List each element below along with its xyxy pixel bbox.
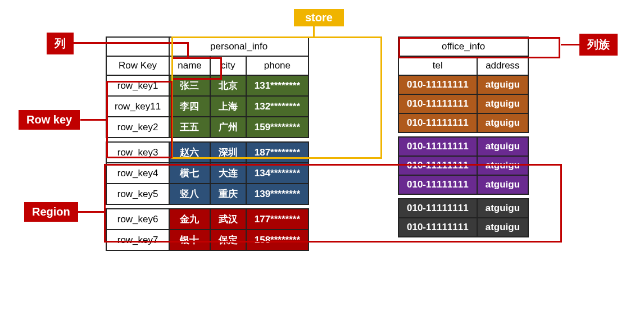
col-tel: tel [398,56,477,75]
col-rowkey: Row Key [106,56,169,75]
cell: 010-11111111 [398,75,477,94]
col-address: address [477,56,528,75]
cell: atguigu [477,94,528,113]
cell-blank [106,37,169,56]
highlight-rowkeys [106,81,173,158]
label-column: 列 [47,33,74,54]
cell: 010-11111111 [398,113,477,132]
connector-region [76,211,104,213]
label-store: store [294,9,344,26]
connector-rowkey [80,119,106,121]
highlight-cf-office [398,37,560,58]
highlight-region [104,164,562,243]
cell: 010-11111111 [398,137,477,156]
label-column-family: 列族 [579,34,618,56]
cell: 010-11111111 [398,94,477,113]
label-rowkey: Row key [19,110,80,130]
cell: atguigu [477,113,528,132]
cell: atguigu [477,75,528,94]
cell: atguigu [477,137,528,156]
highlight-store [171,36,382,159]
hbase-diagram: store 列 列族 Row key Region personal_info … [13,11,631,311]
connector-cf [561,44,580,45]
label-region: Region [24,202,78,222]
